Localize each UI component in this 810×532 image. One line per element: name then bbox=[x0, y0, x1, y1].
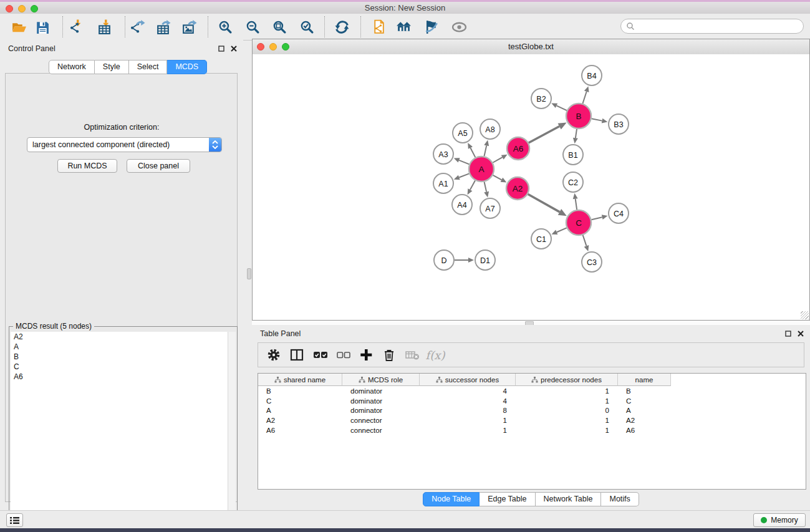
graph-edge[interactable] bbox=[470, 180, 475, 190]
unchecked-boxes-button[interactable] bbox=[334, 346, 352, 364]
table-cell: 1 bbox=[516, 387, 618, 395]
table-cell: A bbox=[618, 407, 671, 414]
graph-node-label: B bbox=[576, 112, 581, 121]
mcds-result-item[interactable]: A bbox=[11, 342, 228, 352]
table-row[interactable]: Bdominator41B bbox=[258, 386, 806, 396]
zoom-out-button[interactable] bbox=[242, 17, 263, 37]
tab-mcds[interactable]: MCDS bbox=[167, 60, 207, 74]
table-row[interactable]: Cdominator41C bbox=[258, 396, 806, 406]
table-row[interactable]: A6connector11A6 bbox=[258, 425, 806, 435]
table-cell: B bbox=[618, 387, 671, 395]
graph-edge[interactable] bbox=[485, 181, 487, 191]
table-cell: 4 bbox=[420, 397, 516, 405]
mcds-result-item[interactable]: A6 bbox=[11, 372, 228, 382]
mcds-result-item[interactable]: C bbox=[11, 362, 228, 372]
network-window-titlebar[interactable]: testGlobe.txt bbox=[253, 39, 809, 55]
graph-edge[interactable] bbox=[576, 129, 577, 138]
close-table-panel-icon[interactable] bbox=[796, 329, 805, 337]
table-cell: dominator bbox=[342, 387, 420, 395]
graph-edge[interactable] bbox=[591, 217, 602, 220]
gear-button[interactable] bbox=[264, 346, 283, 364]
graph-edge[interactable] bbox=[528, 194, 560, 212]
network-graph[interactable]: B4B2BB3A8A5A6A3B1AC2A1A2A4A7C4CC1DD1C3 bbox=[253, 54, 809, 320]
style-flag-button[interactable] bbox=[420, 17, 441, 37]
import-network-button[interactable] bbox=[65, 17, 87, 37]
task-history-button[interactable] bbox=[6, 513, 23, 527]
run-mcds-button[interactable]: Run MCDS bbox=[57, 159, 117, 173]
home-icon bbox=[396, 19, 412, 34]
save-session-button[interactable] bbox=[31, 17, 52, 37]
graph-edge[interactable] bbox=[493, 157, 502, 163]
table-panel: Table Panel f(x) shared nameMCDS rolesuc… bbox=[252, 325, 810, 510]
open-session-icon bbox=[11, 19, 27, 34]
float-table-panel-icon[interactable] bbox=[784, 329, 793, 337]
mcds-result-list[interactable]: A2ABCA6 bbox=[11, 332, 228, 532]
graph-edge[interactable] bbox=[459, 173, 469, 177]
graph-edge[interactable] bbox=[493, 175, 502, 180]
tab-node-table[interactable]: Node Table bbox=[423, 492, 480, 506]
open-session-button[interactable] bbox=[8, 17, 29, 37]
mcds-result-item[interactable]: A2 bbox=[11, 332, 228, 342]
column-header-successor-nodes[interactable]: successor nodes bbox=[420, 374, 516, 386]
columns-button[interactable] bbox=[287, 346, 306, 364]
show-hide-eye-button[interactable] bbox=[448, 17, 470, 37]
mcds-result-item[interactable]: B bbox=[11, 352, 228, 362]
tab-style[interactable]: Style bbox=[95, 60, 129, 74]
close-panel-button[interactable]: Close panel bbox=[127, 159, 190, 173]
table-cell: 1 bbox=[516, 417, 618, 424]
mcds-result-title: MCDS result (5 nodes) bbox=[13, 322, 94, 331]
search-field[interactable] bbox=[620, 19, 804, 34]
table-cell: B bbox=[258, 387, 342, 395]
trash-button[interactable] bbox=[380, 346, 398, 364]
export-network-button[interactable] bbox=[127, 17, 148, 37]
close-panel-icon[interactable] bbox=[229, 44, 238, 52]
optimization-criterion-select[interactable]: largest connected component (directed) bbox=[27, 137, 222, 152]
column-header-predecessor-nodes[interactable]: predecessor nodes bbox=[516, 374, 618, 386]
checked-boxes-button[interactable] bbox=[311, 346, 329, 364]
delete-table-button bbox=[403, 346, 422, 364]
graph-edge[interactable] bbox=[583, 235, 587, 246]
zoom-selected-button[interactable] bbox=[296, 17, 317, 37]
tab-network-table[interactable]: Network Table bbox=[536, 492, 602, 506]
graph-edge[interactable] bbox=[529, 127, 559, 143]
tab-motifs[interactable]: Motifs bbox=[601, 492, 639, 506]
app-window: Session: New Session Control Panel Netwo… bbox=[0, 0, 810, 532]
scrollbar-track[interactable] bbox=[228, 332, 236, 532]
graph-node-label: C bbox=[576, 218, 582, 228]
table-row[interactable]: A2connector11A2 bbox=[258, 415, 806, 425]
table-cell: A bbox=[258, 407, 342, 414]
network-from-document-button[interactable] bbox=[368, 17, 389, 37]
float-panel-icon[interactable] bbox=[217, 44, 226, 52]
table-panel-title: Table Panel bbox=[260, 329, 301, 338]
tab-network[interactable]: Network bbox=[49, 60, 95, 74]
home-button[interactable] bbox=[393, 17, 414, 37]
graph-edge[interactable] bbox=[557, 228, 567, 232]
add-button[interactable] bbox=[357, 346, 375, 364]
import-table-button[interactable] bbox=[94, 17, 115, 37]
export-image-button[interactable] bbox=[178, 17, 200, 37]
graph-edge[interactable] bbox=[592, 118, 602, 120]
zoom-fit-button[interactable] bbox=[269, 17, 290, 37]
tab-edge-table[interactable]: Edge Table bbox=[480, 492, 535, 506]
export-table-button[interactable] bbox=[152, 17, 173, 37]
graph-edge[interactable] bbox=[556, 105, 567, 110]
vertical-splitter-handle[interactable] bbox=[247, 268, 251, 279]
resize-grip[interactable] bbox=[801, 311, 809, 319]
memory-button[interactable]: Memory bbox=[753, 513, 806, 527]
graph-edge[interactable] bbox=[484, 145, 486, 156]
tab-select[interactable]: Select bbox=[129, 60, 168, 74]
graph-edge[interactable] bbox=[470, 148, 475, 157]
zoom-in-button[interactable] bbox=[215, 17, 236, 37]
graph-edge[interactable] bbox=[582, 92, 586, 104]
column-header-MCDS-role[interactable]: MCDS role bbox=[342, 374, 420, 386]
network-canvas[interactable]: B4B2BB3A8A5A6A3B1AC2A1A2A4A7C4CC1DD1C3 bbox=[253, 54, 809, 320]
export-image-icon bbox=[181, 19, 197, 34]
apply-layout-button[interactable] bbox=[331, 17, 352, 37]
graph-edge[interactable] bbox=[576, 199, 577, 210]
save-session-icon bbox=[34, 19, 50, 34]
horizontal-splitter[interactable] bbox=[252, 321, 810, 325]
table-row[interactable]: Adominator80A bbox=[258, 405, 806, 415]
column-header-name[interactable]: name bbox=[618, 374, 671, 386]
graph-edge[interactable] bbox=[459, 160, 469, 164]
column-header-shared-name[interactable]: shared name bbox=[258, 374, 342, 386]
